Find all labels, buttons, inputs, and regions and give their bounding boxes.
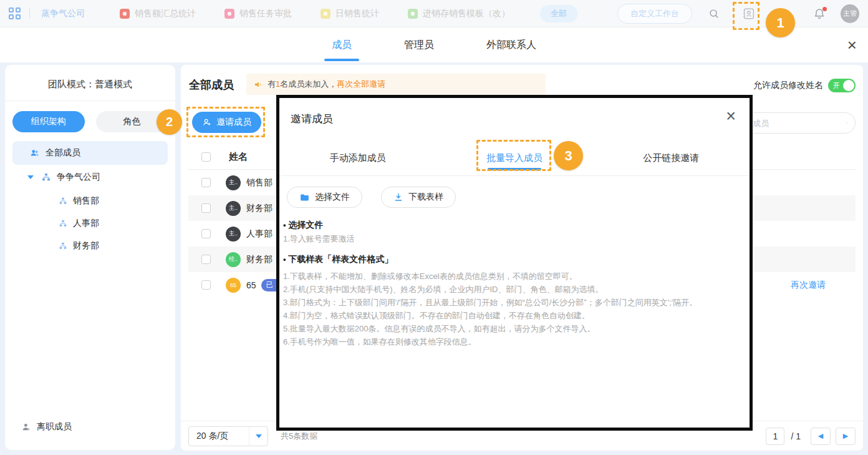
search-icon[interactable] <box>708 8 720 19</box>
row-checkbox[interactable] <box>201 178 211 187</box>
close-icon[interactable]: × <box>726 107 736 126</box>
app-tab-task-approval[interactable]: 销售任务审批 <box>224 8 292 19</box>
notification-bell-icon[interactable] <box>813 7 826 20</box>
current-page[interactable]: 1 <box>766 428 784 445</box>
org-icon <box>59 219 67 228</box>
tab-public-link[interactable]: 公开链接邀请 <box>593 140 750 175</box>
member-name: 销售部 <box>246 177 272 188</box>
prev-page-button[interactable] <box>811 428 831 445</box>
download-template-button[interactable]: 下载表样 <box>381 187 456 208</box>
org-structure-button[interactable]: 组织架构 <box>12 111 85 132</box>
row-checkbox[interactable] <box>201 255 211 264</box>
row-checkbox[interactable] <box>201 280 211 290</box>
tab-external-contacts[interactable]: 外部联系人 <box>484 27 539 62</box>
company-tab[interactable]: 蒸争气公司 <box>41 8 85 19</box>
select-all-checkbox[interactable] <box>201 152 211 162</box>
sidebar-item-label: 财务部 <box>73 240 99 252</box>
chevron-down-icon[interactable] <box>249 427 268 446</box>
app-tab-daily-sales[interactable]: 日销售统计 <box>321 8 379 19</box>
tab-manual-add[interactable]: 手动添加成员 <box>279 140 436 175</box>
org-sidebar: 团队模式：普通模式 组织架构 角色 全部成员 争争气公司 销售部 人事部 财务部… <box>5 65 175 450</box>
sidebar-item-label: 离职成员 <box>37 421 72 433</box>
download-icon <box>393 192 403 202</box>
instruction-line: 1.下载表样，不能增加、删除或修改本Excel表的成员信息类别，不填的留空即可。 <box>283 270 577 283</box>
members-icon <box>29 147 41 159</box>
org-icon <box>59 197 67 205</box>
app-icon <box>224 9 234 19</box>
custom-workbench-button[interactable]: 自定义工作台 <box>617 4 692 24</box>
divider <box>29 9 30 19</box>
instruction-line: 2.手机(只支持中国大陆手机号)、姓名为必填，企业内用户ID、部门、角色、邮箱为… <box>283 283 604 296</box>
total-count: 共5条数据 <box>281 431 317 442</box>
total-pages: / 1 <box>791 431 801 441</box>
page-title: 全部成员 <box>189 77 234 92</box>
section-title-download-template: 下载样表「样表文件格式」 <box>283 254 393 265</box>
sidebar-item-company[interactable]: 争争气公司 <box>5 165 175 190</box>
page-size-select[interactable]: 20 条/页 <box>188 426 268 446</box>
app-tab-sales-summary[interactable]: 销售额汇总统计 <box>120 8 196 19</box>
search-input[interactable] <box>736 119 846 128</box>
app-icon <box>120 9 130 19</box>
org-icon <box>59 242 67 250</box>
banner-text: 有1名成员未加入，再次全部邀请 <box>268 79 385 90</box>
top-bar: 蒸争气公司 销售额汇总统计 销售任务审批 日销售统计 进销存销售模板（改） 全部… <box>0 0 868 27</box>
step-marker-2: 2 <box>157 109 182 135</box>
column-header-name: 姓名 <box>229 151 248 163</box>
avatar: 65 <box>226 278 241 293</box>
row-checkbox[interactable] <box>201 229 211 238</box>
search-icon[interactable] <box>846 118 847 128</box>
section-title-choose-file: 选择文件 <box>283 220 323 231</box>
sidebar-item-sales-dept[interactable]: 销售部 <box>5 190 175 212</box>
tab-admins[interactable]: 管理员 <box>402 27 436 62</box>
member-name: 65 <box>246 280 256 290</box>
toggle-knob <box>843 80 854 91</box>
org-icon <box>41 172 51 182</box>
folder-icon <box>299 192 310 203</box>
row-checkbox[interactable] <box>201 203 211 213</box>
user-avatar[interactable]: 主管 <box>841 4 859 23</box>
invite-member-button[interactable]: 邀请成员 <box>192 112 261 133</box>
next-page-button[interactable] <box>836 428 856 445</box>
team-mode-label: 团队模式：普通模式 <box>5 65 175 100</box>
contact-card-icon[interactable] <box>737 3 761 24</box>
invite-member-modal: 邀请成员 × 手动添加成员 批量导入成员 公开链接邀请 选择文件 下载表样 选择… <box>276 95 753 431</box>
reinvite-link[interactable]: 再次邀请 <box>791 280 826 291</box>
sidebar-item-finance-dept[interactable]: 财务部 <box>5 235 175 257</box>
app-tab-inventory-template[interactable]: 进销存销售模板（改） <box>408 8 510 19</box>
speaker-icon <box>254 80 263 89</box>
all-apps-button[interactable]: 全部 <box>540 5 577 22</box>
avatar: 主.. <box>226 227 241 242</box>
avatar: 主.. <box>226 201 241 216</box>
divider <box>5 100 175 101</box>
page-size-value: 20 条/页 <box>189 431 249 442</box>
member-name: 财务部 <box>246 203 272 214</box>
tab-members[interactable]: 成员 <box>329 27 354 62</box>
allow-rename-toggle[interactable]: 开 <box>828 79 856 92</box>
modal-title: 邀请成员 <box>291 112 333 126</box>
instruction-line: 1.导入账号需要激活 <box>283 232 355 245</box>
reinvite-all-link[interactable]: 再次全部邀请 <box>337 79 385 89</box>
close-icon[interactable]: × <box>847 36 857 54</box>
sidebar-item-all-members[interactable]: 全部成员 <box>12 141 168 165</box>
sidebar-item-label: 全部成员 <box>46 147 80 159</box>
step-marker-3: 3 <box>554 141 583 170</box>
member-name: 人事部 <box>246 228 272 240</box>
avatar: 主.. <box>226 175 241 190</box>
app-icon <box>408 9 418 19</box>
notification-dot <box>822 7 827 11</box>
instruction-line: 6.手机号作为唯一值，如果存在则修改其他字段信息。 <box>283 335 476 348</box>
sidebar-item-label: 争争气公司 <box>57 172 100 183</box>
sidebar-item-hr-dept[interactable]: 人事部 <box>5 212 175 235</box>
member-name: 财务部 <box>246 254 272 265</box>
avatar: 经.. <box>226 252 241 267</box>
sidebar-item-label: 销售部 <box>73 195 99 207</box>
person-icon <box>202 117 212 127</box>
apps-grid-icon[interactable] <box>9 7 21 19</box>
resigned-person-icon <box>21 422 31 432</box>
sidebar-item-label: 人事部 <box>73 218 99 229</box>
sidebar-item-resigned-members[interactable]: 离职成员 <box>21 421 72 433</box>
toggle-state: 开 <box>833 81 840 90</box>
choose-file-button[interactable]: 选择文件 <box>287 187 362 208</box>
chevron-down-icon[interactable] <box>27 175 34 179</box>
instruction-line: 4.部门为空，格式错误默认顶级部门。不存在的部门自动创建，不存在角色自动创建。 <box>283 309 590 322</box>
